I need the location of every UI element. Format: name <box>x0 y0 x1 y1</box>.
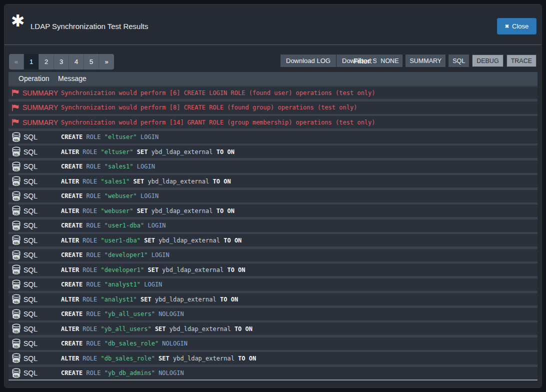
sql-token: LOGIN <box>144 281 162 288</box>
database-icon: SQL <box>12 368 22 378</box>
svg-text:SQL: SQL <box>14 138 19 141</box>
message-cell: CREATE ROLE "analyst1" LOGIN <box>61 281 162 288</box>
operation-label: SQL <box>24 369 38 377</box>
sql-token: "yb_all_users" <box>104 310 155 318</box>
operation-label: SQL <box>24 162 38 170</box>
sql-token: "db_sales_role" <box>101 355 155 362</box>
page-button-«[interactable]: « <box>9 54 24 70</box>
sql-token: "yb_all_users" <box>101 326 152 332</box>
operation-cell: SQLSQL <box>8 191 61 202</box>
page-button-»[interactable]: » <box>99 54 114 70</box>
sql-token: ON <box>231 296 238 303</box>
page-button-2[interactable]: 2 <box>39 54 54 70</box>
database-icon: SQL <box>12 280 22 290</box>
sql-token: SET <box>140 296 152 303</box>
sql-token: ON <box>227 148 234 156</box>
message-cell: CREATE ROLE "yb_all_users" NOLOGIN <box>61 310 184 318</box>
operation-label: SUMMARY <box>22 104 58 112</box>
svg-text:SQL: SQL <box>14 344 19 348</box>
sql-token: "developer1" <box>101 266 144 274</box>
table-row: SQLSQLCREATE ROLE "webuser" LOGIN <box>8 190 538 202</box>
svg-text:SQL: SQL <box>14 182 19 186</box>
filter-button-sql[interactable]: SQL <box>448 54 469 67</box>
operation-cell: SQLSQL <box>8 264 61 275</box>
sql-token: CREATE <box>61 134 82 140</box>
database-icon: SQL <box>12 235 22 246</box>
sql-token: ybd_ldap_external <box>152 148 213 156</box>
sql-token: ON <box>234 237 242 244</box>
sql-token: LOGIN <box>137 163 155 170</box>
filter-button-trace[interactable]: TRACE <box>506 54 536 67</box>
flag-icon <box>12 104 22 112</box>
message-cell: CREATE ROLE "user1-dba" LOGIN <box>61 222 166 229</box>
table-row: SQLSQLCREATE ROLE "sales1" LOGIN <box>8 160 538 173</box>
table-row: SUMMARYSynchronization would perform [14… <box>8 116 538 128</box>
sql-token: SET <box>137 148 148 156</box>
svg-text:SQL: SQL <box>14 300 19 304</box>
svg-text:SQL: SQL <box>14 212 19 215</box>
message-cell: CREATE ROLE "eltuser" LOGIN <box>61 134 158 140</box>
operation-cell: SQLSQL <box>8 309 61 320</box>
sql-token: ALTER <box>61 296 79 303</box>
message-cell: CREATE ROLE "sales1" LOGIN <box>61 163 155 170</box>
svg-text:SQL: SQL <box>14 226 19 230</box>
summary-message: Synchronization would perform [6] CREATE… <box>61 90 376 96</box>
message-cell: ALTER ROLE "user1-dba" SET ybd_ldap_exte… <box>61 237 242 244</box>
sql-token: ALTER <box>61 178 79 185</box>
operation-cell: SUMMARY <box>8 89 61 97</box>
sql-token: ON <box>224 178 230 185</box>
operation-label: SQL <box>24 325 38 333</box>
message-cell: Synchronization would perform [6] CREATE… <box>61 90 376 96</box>
filter-button-debug[interactable]: DEBUG <box>472 54 503 67</box>
sql-token: TO <box>213 178 220 185</box>
database-icon: SQL <box>12 338 22 349</box>
filter-button-summary[interactable]: SUMMARY <box>406 54 446 67</box>
sql-token: ROLE <box>86 134 101 140</box>
sql-token: "analyst1" <box>101 296 137 303</box>
page-button-1[interactable]: 1 <box>24 54 39 70</box>
sql-token: ROLE <box>82 208 97 214</box>
svg-text:SQL: SQL <box>14 242 19 244</box>
sql-token: SET <box>155 326 166 332</box>
svg-text:SQL: SQL <box>14 330 19 333</box>
operation-cell: SQLSQL <box>8 206 61 216</box>
close-button[interactable]: ✖ Close <box>497 18 536 34</box>
sql-token: NOLOGIN <box>162 340 188 347</box>
table-row: SQLSQLCREATE ROLE "developer1" LOGIN <box>8 249 538 262</box>
table-row: SQLSQLCREATE ROLE "eltuser" LOGIN <box>8 131 538 144</box>
sql-token: "yb_db_admins" <box>104 370 155 376</box>
table-row: SQLSQLCREATE ROLE "yb_db_admins" NOLOGIN <box>8 367 538 380</box>
page-button-3[interactable]: 3 <box>54 54 69 70</box>
operation-cell: SQLSQL <box>8 250 61 260</box>
svg-text:SQL: SQL <box>14 153 19 156</box>
sql-token: ybd_ldap_external <box>155 296 216 303</box>
sql-token: ROLE <box>86 310 101 318</box>
operation-cell: SQLSQL <box>8 280 61 290</box>
sql-token: ybd_ldap_external <box>162 266 224 274</box>
table-row: SQLSQLCREATE ROLE "user1-dba" LOGIN <box>8 220 538 232</box>
sql-token: "sales1" <box>104 163 134 170</box>
column-header-operation: Operation <box>18 74 58 82</box>
svg-text:SQL: SQL <box>14 360 19 362</box>
toolbar: «12345» Download LOG Download SQL Filter… <box>4 45 542 72</box>
operation-label: SQL <box>24 192 38 200</box>
operation-label: SUMMARY <box>22 89 58 97</box>
operation-cell: SUMMARY <box>8 118 61 126</box>
download-log-button[interactable]: Download LOG <box>280 54 336 67</box>
page-button-5[interactable]: 5 <box>84 54 99 70</box>
sql-token: ALTER <box>61 208 79 214</box>
message-cell: ALTER ROLE "webuser" SET ybd_ldap_extern… <box>61 208 234 214</box>
close-icon: ✖ <box>505 24 509 29</box>
operation-label: SQL <box>24 296 38 304</box>
filter-button-none[interactable]: NONE <box>376 54 402 67</box>
sql-token: ybd_ldap_external <box>170 326 231 332</box>
svg-text:SQL: SQL <box>14 374 19 377</box>
page-button-4[interactable]: 4 <box>69 54 84 70</box>
sql-token: ON <box>249 355 256 362</box>
sql-token: "eltuser" <box>104 134 137 140</box>
message-cell: ALTER ROLE "yb_all_users" SET ybd_ldap_e… <box>61 326 252 332</box>
sql-token: SET <box>137 208 148 214</box>
summary-message: Synchronization would perform [14] GRANT… <box>61 119 376 126</box>
flag-icon <box>12 118 22 126</box>
message-cell: CREATE ROLE "db_sales_role" NOLOGIN <box>61 340 188 347</box>
